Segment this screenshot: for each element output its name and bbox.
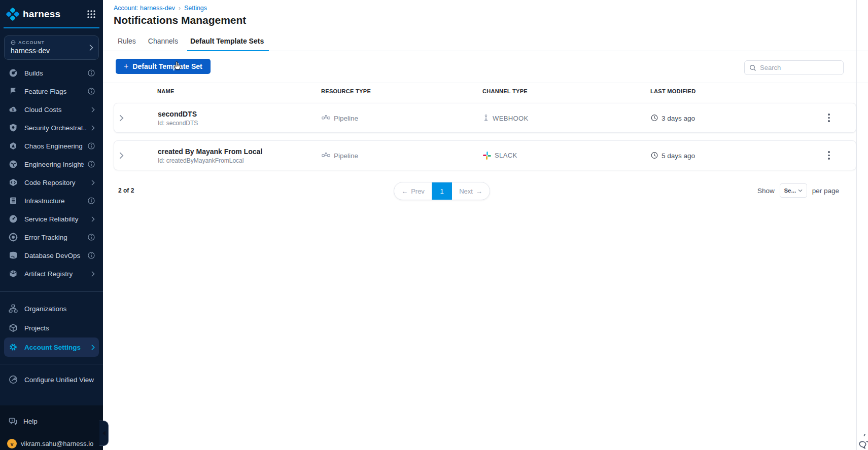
- sidebar-item-error-tracking[interactable]: Error Tracking: [0, 228, 103, 246]
- page-1-button[interactable]: 1: [432, 182, 452, 200]
- plus-icon: +: [124, 62, 128, 71]
- sidebar-item-projects[interactable]: Projects: [0, 318, 103, 338]
- svg-text:?: ?: [11, 418, 13, 422]
- sidebar: harness ACCOUNT harness-dev Build: [0, 0, 103, 450]
- info-icon: [88, 252, 95, 259]
- insights-icon: [9, 160, 18, 169]
- shield-icon: [9, 123, 18, 132]
- sidebar-item-account-settings[interactable]: Account Settings: [4, 338, 99, 357]
- page-size-select[interactable]: Se...: [780, 183, 807, 198]
- sidebar-item-label: Account Settings: [24, 344, 87, 351]
- app-launcher-icon[interactable]: [87, 10, 96, 19]
- sidebar-item-label: Chaos Engineering: [24, 142, 84, 150]
- chevron-right-icon: [91, 107, 95, 113]
- sidebar-item-chaos-engineering[interactable]: Chaos Engineering: [0, 137, 103, 155]
- sidebar-divider: [0, 364, 103, 364]
- sidebar-item-cloud-costs[interactable]: $ Cloud Costs: [0, 100, 103, 119]
- builds-icon: [9, 68, 18, 78]
- info-icon: [88, 88, 95, 95]
- row-menu-kebab-icon[interactable]: [823, 149, 835, 162]
- next-page-button[interactable]: Next →: [452, 182, 490, 200]
- resource-type-cell: Pipeline: [322, 114, 358, 122]
- sidebar-item-database-devops[interactable]: Database DevOps: [0, 246, 103, 265]
- database-icon: [9, 251, 18, 260]
- account-name: harness-dev: [11, 47, 85, 55]
- clock-icon: [651, 115, 658, 122]
- column-header-name: NAME: [157, 88, 175, 94]
- sidebar-item-feature-flags[interactable]: Feature Flags: [0, 82, 103, 100]
- sidebar-item-label: Database DevOps: [24, 252, 84, 259]
- sidebar-item-label: Feature Flags: [24, 88, 84, 95]
- breadcrumb-account-link[interactable]: Account: harness-dev: [114, 5, 175, 12]
- harness-logo-icon: [6, 8, 19, 21]
- tab-default-template-sets[interactable]: Default Template Sets: [190, 31, 264, 51]
- row-menu-kebab-icon[interactable]: [823, 111, 835, 125]
- channel-type-value: SLACK: [495, 152, 517, 159]
- pipeline-icon: [322, 153, 330, 159]
- search-input[interactable]: [760, 64, 849, 71]
- breadcrumb-separator: ›: [179, 5, 181, 12]
- sidebar-item-security-orchestration[interactable]: Security Orchestrat...: [0, 119, 103, 137]
- sidebar-item-label: Code Repository: [24, 179, 87, 186]
- sidebar-item-service-reliability[interactable]: Service Reliability: [0, 210, 103, 228]
- last-modified-value: 3 days ago: [662, 114, 695, 122]
- page-size-control: Show Se... per page: [757, 182, 839, 199]
- clock-icon: [651, 152, 658, 159]
- user-profile[interactable]: v vikram.sahu@harness.io: [0, 439, 100, 448]
- gear-icon: [9, 343, 18, 352]
- last-modified-cell: 5 days ago: [651, 152, 695, 159]
- new-default-template-set-button[interactable]: + Default Template Set: [116, 59, 211, 74]
- breadcrumb: Account: harness-dev › Settings: [114, 5, 207, 12]
- table-row[interactable]: secondDTS Id: secondDTS Pipeline WEBHOOK…: [114, 103, 856, 133]
- sidebar-header: harness: [0, 0, 103, 27]
- tab-channels[interactable]: Channels: [148, 31, 178, 51]
- slack-icon: [483, 152, 491, 160]
- chevron-right-icon: [91, 216, 95, 222]
- sidebar-item-code-repository[interactable]: Code Repository: [0, 173, 103, 192]
- sidebar-divider: [0, 291, 103, 292]
- help-button[interactable]: ? Help: [0, 412, 103, 430]
- template-set-id: Id: createdByMayankFromLocal: [158, 157, 262, 164]
- prev-page-button[interactable]: ← Prev: [394, 182, 432, 200]
- info-icon: [88, 197, 95, 204]
- template-set-id: Id: secondDTS: [158, 119, 198, 126]
- support-chat-icon[interactable]: [858, 434, 868, 450]
- scroll-gutter-divider: [856, 0, 857, 450]
- sidebar-item-engineering-insights[interactable]: Engineering Insights: [0, 155, 103, 173]
- channel-type-cell: SLACK: [483, 152, 517, 160]
- help-label: Help: [23, 418, 38, 425]
- sidebar-item-artifact-registry[interactable]: Artifact Registry: [0, 265, 103, 283]
- chevron-right-icon: [91, 345, 95, 350]
- table-row[interactable]: created By Mayank From Local Id: created…: [114, 140, 856, 170]
- resource-type-cell: Pipeline: [322, 152, 358, 159]
- page-title: Notifications Management: [114, 14, 246, 26]
- row-expand-chevron-icon[interactable]: [119, 115, 124, 121]
- right-arrow-icon: →: [476, 188, 482, 195]
- channel-type-value: WEBHOOK: [493, 114, 529, 122]
- search-icon: [749, 64, 756, 71]
- tab-bar: Rules Channels Default Template Sets: [103, 31, 868, 51]
- sidebar-item-organizations[interactable]: Organizations: [0, 299, 103, 318]
- sidebar-item-builds[interactable]: Builds: [0, 64, 103, 82]
- breadcrumb-settings-link[interactable]: Settings: [184, 5, 207, 12]
- sidebar-item-infrastructure[interactable]: Infrastructure: [0, 192, 103, 210]
- sidebar-item-label: Infrastructure: [24, 197, 84, 205]
- sidebar-item-label: Error Tracking: [24, 234, 84, 241]
- tab-rules[interactable]: Rules: [118, 31, 136, 51]
- info-icon: [88, 161, 95, 168]
- chevron-right-icon: [89, 45, 93, 51]
- sidebar-item-label: Builds: [24, 69, 84, 77]
- resource-type-value: Pipeline: [334, 114, 358, 122]
- sidebar-collapse-handle[interactable]: [99, 421, 109, 446]
- package-icon: [9, 269, 18, 278]
- info-icon: [88, 234, 95, 241]
- sidebar-item-configure-unified-view[interactable]: Configure Unified View: [0, 370, 103, 389]
- account-scope-card[interactable]: ACCOUNT harness-dev: [4, 35, 99, 60]
- last-modified-value: 5 days ago: [662, 152, 695, 159]
- user-email: vikram.sahu@harness.io: [21, 440, 93, 447]
- sidebar-item-label: Configure Unified View: [24, 376, 95, 384]
- chevron-down-icon: [798, 189, 803, 192]
- resource-type-value: Pipeline: [334, 152, 358, 159]
- toolbar-divider: [103, 83, 868, 83]
- row-expand-chevron-icon[interactable]: [119, 152, 124, 159]
